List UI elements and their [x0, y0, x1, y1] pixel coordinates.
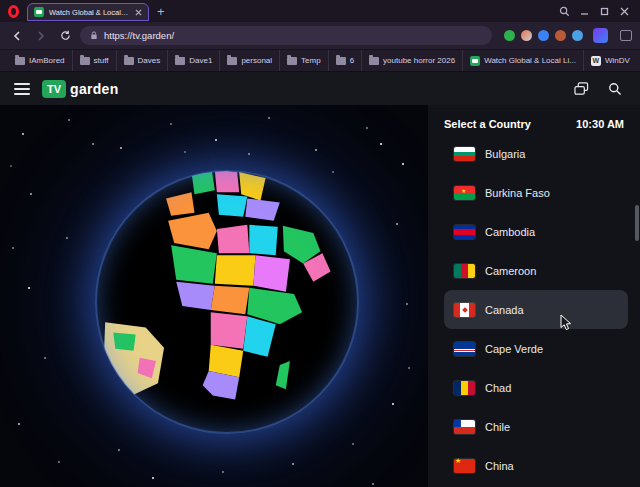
app-icon: W	[591, 56, 601, 66]
country-item-bulgaria[interactable]: Bulgaria	[444, 142, 628, 173]
tv-icon	[470, 56, 480, 66]
country-name: China	[485, 460, 514, 472]
bookmark-label: youtube horror 2026	[383, 56, 455, 65]
site-logo[interactable]: TV garden	[42, 80, 119, 98]
flag-icon-chad	[454, 381, 475, 395]
country-name: Cameroon	[485, 265, 536, 277]
flag-icon-china	[454, 459, 475, 473]
maximize-icon[interactable]	[594, 2, 614, 20]
bookmark-label: Temp	[301, 56, 321, 65]
extension-icon-1[interactable]	[504, 30, 515, 41]
folder-icon	[175, 57, 185, 65]
flag-icon-chile	[454, 420, 475, 434]
bookmark-item[interactable]: youtube horror 2026	[361, 50, 462, 71]
extension-icon-5[interactable]	[572, 30, 583, 41]
panels-icon[interactable]	[620, 30, 632, 41]
new-tab-button[interactable]: +	[157, 5, 165, 18]
country-item-chad[interactable]: Chad	[444, 368, 628, 407]
country-item-chile[interactable]: Chile	[444, 407, 628, 446]
country-item-cameroon[interactable]: Cameroon	[444, 251, 628, 290]
flag-icon-canada	[454, 303, 475, 317]
bookmarks-bar: IAmBoredstuffDavesDave1personalTemp6yout…	[0, 50, 640, 72]
back-icon[interactable]	[8, 27, 26, 45]
flag-icon-cambodia	[454, 225, 475, 239]
channels-icon[interactable]	[570, 78, 592, 100]
bookmark-item[interactable]: Dave1	[167, 50, 219, 71]
globe[interactable]	[95, 170, 359, 434]
sidebar-header: Select a Country 10:30 AM	[428, 105, 640, 142]
bookmark-label: Daves	[138, 56, 161, 65]
globe-area	[0, 105, 428, 487]
bookmark-item[interactable]: Temp	[279, 50, 328, 71]
tab-close-icon[interactable]	[135, 9, 142, 16]
country-name: Canada	[485, 304, 524, 316]
bookmark-item[interactable]: personal	[219, 50, 279, 71]
tab-title: Watch Global & Local Live TV (	[49, 8, 130, 17]
country-list: BulgariaBurkina FasoCambodiaCameroonCana…	[428, 142, 640, 487]
country-sidebar: Select a Country 10:30 AM BulgariaBurkin…	[428, 105, 640, 487]
flag-icon-burkina-faso	[454, 186, 475, 200]
bookmark-label: Dave1	[189, 56, 212, 65]
folder-icon	[287, 57, 297, 65]
bookmark-label: Watch Global & Local Li...	[484, 56, 576, 65]
site-header: TV garden	[0, 72, 640, 105]
bookmark-item[interactable]: WWinDV	[583, 50, 637, 71]
main-content: Select a Country 10:30 AM BulgariaBurkin…	[0, 105, 640, 487]
folder-icon	[369, 57, 379, 65]
country-name: Bulgaria	[485, 148, 525, 160]
flag-icon-cape-verde	[454, 342, 475, 356]
bookmark-label: stuff	[94, 56, 109, 65]
folder-icon	[124, 57, 134, 65]
reload-icon[interactable]	[56, 27, 74, 45]
country-item-cape-verde[interactable]: Cape Verde	[444, 329, 628, 368]
extension-icon-3[interactable]	[538, 30, 549, 41]
country-name: Cape Verde	[485, 343, 543, 355]
clock-text: 10:30 AM	[576, 118, 624, 130]
bookmark-label: 6	[350, 56, 354, 65]
globe-svg	[95, 170, 359, 434]
bookmark-label: WinDV	[605, 56, 630, 65]
tab-favicon-icon	[34, 7, 44, 17]
bookmark-item[interactable]: 6	[328, 50, 361, 71]
country-item-canada[interactable]: Canada	[444, 290, 628, 329]
browser-tab[interactable]: Watch Global & Local Live TV (	[27, 3, 149, 21]
country-name: Chile	[485, 421, 510, 433]
sidebar-scrollbar-thumb[interactable]	[635, 205, 639, 241]
folder-icon	[227, 57, 237, 65]
bookmark-item[interactable]: Daves	[116, 50, 168, 71]
starfield	[0, 105, 2, 107]
country-name: Burkina Faso	[485, 187, 550, 199]
country-item-china[interactable]: China	[444, 446, 628, 485]
close-window-icon[interactable]	[614, 2, 634, 20]
navigation-bar: https://tv.garden/	[0, 22, 640, 50]
search-icon[interactable]	[604, 78, 626, 100]
bookmark-item[interactable]: Watch Global & Local Li...	[462, 50, 583, 71]
bookmark-label: IAmBored	[29, 56, 65, 65]
flag-icon-bulgaria	[454, 147, 475, 161]
menu-icon[interactable]	[14, 83, 30, 95]
extension-icon-4[interactable]	[555, 30, 566, 41]
address-bar[interactable]: https://tv.garden/	[80, 26, 492, 45]
lock-icon	[90, 31, 98, 40]
opera-logo-icon[interactable]	[8, 5, 19, 18]
tab-search-icon[interactable]	[554, 2, 574, 20]
extension-icon-2[interactable]	[521, 30, 532, 41]
minimize-icon[interactable]	[574, 2, 594, 20]
sidebar-title: Select a Country	[444, 118, 531, 130]
forward-icon[interactable]	[32, 27, 50, 45]
bookmark-item[interactable]: stuff	[72, 50, 116, 71]
profile-icon[interactable]	[593, 28, 608, 43]
country-item-burkina-faso[interactable]: Burkina Faso	[444, 173, 628, 212]
country-name: Chad	[485, 382, 511, 394]
bookmark-label: personal	[241, 56, 272, 65]
logo-tv-badge: TV	[42, 80, 66, 98]
country-name: Cambodia	[485, 226, 535, 238]
browser-window: Watch Global & Local Live TV ( +	[0, 0, 640, 487]
flag-icon-cameroon	[454, 264, 475, 278]
folder-icon	[80, 57, 90, 65]
extensions-row	[504, 28, 632, 43]
logo-garden-text: garden	[70, 81, 118, 97]
bookmark-item[interactable]: IAmBored	[8, 50, 72, 71]
country-item-cambodia[interactable]: Cambodia	[444, 212, 628, 251]
url-text: https://tv.garden/	[104, 30, 174, 41]
